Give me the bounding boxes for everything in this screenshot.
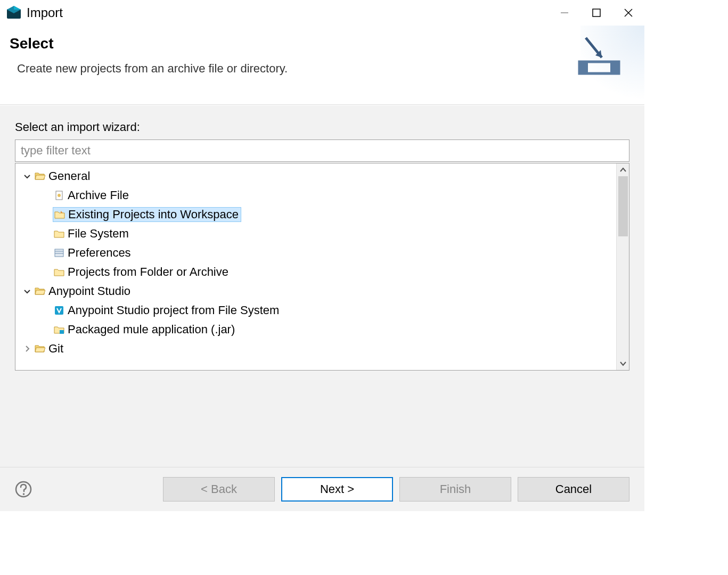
cancel-button[interactable]: Cancel [518, 477, 629, 502]
page-subtitle: Create new projects from an archive file… [17, 62, 575, 76]
svg-rect-8 [579, 62, 588, 73]
tree-group[interactable]: Anypoint Studio [15, 282, 616, 301]
chevron-down-icon[interactable] [21, 288, 34, 295]
import-banner-icon [575, 35, 628, 88]
close-button[interactable] [612, 0, 644, 26]
archive-file-icon [53, 190, 66, 201]
tree-item[interactable]: Archive File [15, 186, 616, 205]
minimize-button[interactable] [549, 0, 580, 26]
tree-item-label: File System [68, 227, 129, 241]
svg-rect-9 [610, 62, 619, 73]
window-controls [549, 0, 644, 26]
next-button[interactable]: Next > [281, 477, 393, 502]
header-section: Select Create new projects from an archi… [0, 26, 644, 105]
tree-group-label: Anypoint Studio [48, 284, 130, 298]
import-folder-icon [53, 209, 66, 220]
tree-item[interactable]: Anypoint Studio project from File System [15, 301, 616, 320]
tree-item-label: Archive File [68, 188, 129, 202]
tree-item[interactable]: Packaged mule application (.jar) [15, 320, 616, 339]
tree-group-label: Git [48, 342, 63, 356]
svg-rect-4 [593, 9, 600, 17]
app-icon [5, 4, 22, 21]
tree-item-label: Preferences [68, 246, 131, 260]
tree-item[interactable]: Existing Projects into Workspace [15, 205, 616, 224]
tree-group[interactable]: General [15, 167, 616, 186]
open-folder-icon [34, 285, 46, 297]
window-title: Import [27, 5, 63, 20]
folder-icon [53, 228, 66, 240]
tree-container: GeneralArchive FileExisting Projects int… [15, 163, 629, 371]
scroll-up-icon[interactable] [617, 163, 629, 176]
filter-input[interactable] [15, 139, 629, 162]
tree-item-label: Anypoint Studio project from File System [68, 303, 279, 317]
tree-group-label: General [48, 169, 90, 183]
folder-icon [53, 266, 66, 278]
wizard-tree[interactable]: GeneralArchive FileExisting Projects int… [15, 163, 616, 370]
button-bar: < Back Next > Finish Cancel [0, 467, 644, 511]
chevron-right-icon[interactable] [21, 345, 34, 352]
scrollbar[interactable] [616, 163, 629, 370]
svg-rect-18 [60, 330, 64, 334]
tree-item[interactable]: File System [15, 224, 616, 243]
svg-point-13 [58, 194, 61, 197]
import-dialog: Import Select Create new projects from a… [0, 0, 644, 511]
preferences-icon [53, 247, 66, 259]
svg-rect-14 [55, 249, 63, 257]
open-folder-icon [34, 170, 46, 182]
tree-item[interactable]: Preferences [15, 243, 616, 262]
tree-item-label: Projects from Folder or Archive [68, 265, 228, 279]
wizard-label: Select an import wizard: [15, 120, 629, 134]
package-icon [53, 324, 66, 335]
finish-button[interactable]: Finish [399, 477, 511, 502]
tree-item-label: Existing Projects into Workspace [68, 208, 239, 221]
page-title: Select [10, 35, 575, 52]
tree-item[interactable]: Projects from Folder or Archive [15, 262, 616, 282]
tree-item-label: Packaged mule application (.jar) [68, 323, 235, 336]
content-area: Select an import wizard: GeneralArchive … [0, 105, 644, 467]
tree-group[interactable]: Git [15, 339, 616, 358]
titlebar: Import [0, 0, 644, 26]
anypoint-icon [53, 305, 66, 316]
scroll-thumb[interactable] [618, 176, 628, 236]
back-button[interactable]: < Back [163, 477, 275, 502]
svg-point-20 [23, 493, 25, 495]
chevron-down-icon[interactable] [21, 172, 34, 180]
scroll-down-icon[interactable] [617, 357, 629, 370]
svg-marker-2 [14, 6, 21, 10]
open-folder-icon [34, 343, 46, 355]
maximize-button[interactable] [580, 0, 612, 26]
help-icon[interactable] [15, 481, 32, 498]
